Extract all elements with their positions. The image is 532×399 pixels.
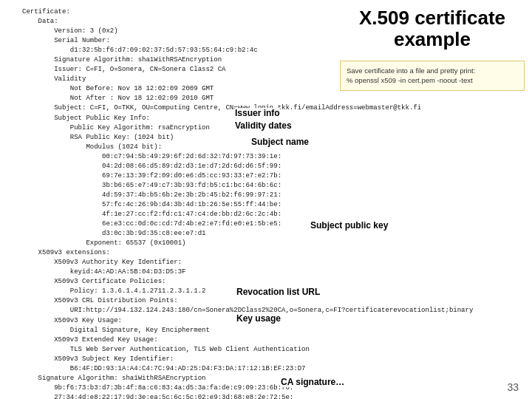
slide-title: X.509 certificate example <box>340 7 525 50</box>
annotation-revocation-list-url: Revocation list URL <box>236 287 320 297</box>
annotation-validity-dates: Validity dates <box>235 120 292 131</box>
certificate-text: Data: Version: 3 (0x2) Serial Number: d1… <box>22 17 332 399</box>
annotation-issuer-info: Issuer info <box>235 108 280 118</box>
annotation-subject-public-key: Subject public key <box>310 220 388 231</box>
annotation-ca-signature: CA signature… <box>281 377 344 387</box>
title-box: X.509 certificate example <box>340 7 525 55</box>
annotation-key-usage: Key usage <box>236 313 281 324</box>
annotation-subject-name: Subject name <box>251 137 309 147</box>
certificate-content: Certificate: Data: Version: 3 (0x2) Seri… <box>22 7 332 399</box>
slide: Certificate: Data: Version: 3 (0x2) Seri… <box>0 0 532 399</box>
certificate-label: Certificate: <box>22 8 70 16</box>
info-box: Save certificate into a file and pretty … <box>340 61 525 91</box>
page-number: 33 <box>507 381 519 393</box>
info-box-text: Save certificate into a file and pretty … <box>347 66 475 84</box>
